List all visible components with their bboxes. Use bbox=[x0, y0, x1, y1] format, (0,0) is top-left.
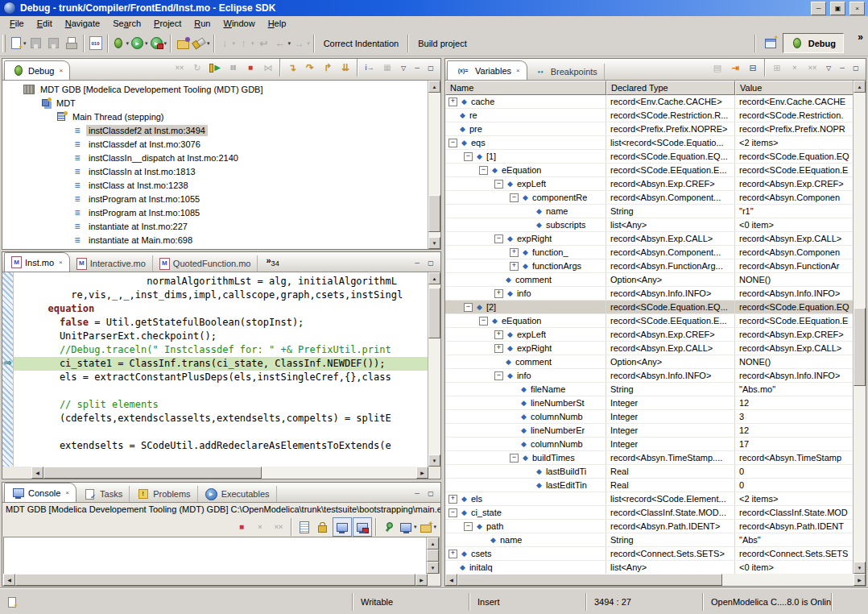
variables-rows[interactable]: +◆cacherecord<Env.Cache.CACHE>record<Env… bbox=[445, 95, 866, 574]
table-row[interactable]: ◆lastBuildTiReal0 bbox=[445, 465, 854, 479]
code-line[interactable]: re,vis,_,_,inst_dims,impl,callscope,grap… bbox=[14, 288, 428, 302]
expand-icon[interactable]: + bbox=[494, 344, 503, 353]
annotation-ruler[interactable] bbox=[2, 272, 14, 467]
instruction-step-button[interactable]: i→ bbox=[361, 59, 378, 77]
search-flashlight-button[interactable]: ▾ bbox=[192, 35, 211, 52]
minimize-view-icon[interactable]: ─ bbox=[836, 62, 849, 73]
collapse-icon[interactable]: − bbox=[448, 508, 457, 517]
drop-to-frame-button[interactable]: ⇊ bbox=[337, 59, 354, 77]
menu-file[interactable]: File bbox=[3, 18, 31, 30]
menu-run[interactable]: Run bbox=[188, 18, 217, 30]
debug-vertical-scrollbar[interactable]: ▲ ▼ bbox=[428, 81, 440, 249]
scrollbar-thumb[interactable] bbox=[428, 195, 440, 232]
tree-item[interactable]: ≡translateFile at Main.mo:561 bbox=[2, 247, 428, 249]
pin-console-button[interactable] bbox=[380, 518, 398, 536]
expand-icon[interactable]: + bbox=[494, 289, 503, 298]
editor-tab-quotedfunction-mo[interactable]: MQuotedFunction.mo bbox=[153, 255, 258, 272]
table-row[interactable]: ◆lineNumberErInteger12 bbox=[445, 424, 854, 438]
scroll-up-icon[interactable]: ▲ bbox=[427, 537, 439, 550]
run-button[interactable]: ▾ bbox=[130, 35, 149, 52]
menu-navigate[interactable]: Navigate bbox=[59, 18, 106, 30]
code-line[interactable] bbox=[14, 425, 428, 439]
maximize-view-icon[interactable]: ▢ bbox=[424, 257, 437, 268]
display-console-button[interactable]: ▾ bbox=[399, 518, 418, 536]
terminate-button[interactable]: ■ bbox=[233, 518, 250, 536]
close-icon[interactable]: × bbox=[516, 67, 520, 74]
variables-tab-breakpoints[interactable]: ●●Breakpoints bbox=[527, 64, 605, 80]
menu-project[interactable]: Project bbox=[147, 18, 188, 30]
menu-search[interactable]: Search bbox=[106, 18, 147, 30]
open-console-button[interactable]: ▾ bbox=[418, 518, 437, 536]
stack-frame-selected[interactable]: ≡instClassdef2 at Inst.mo:3494 bbox=[2, 123, 428, 137]
view-menu-icon[interactable]: ▽ bbox=[822, 62, 835, 73]
code-line[interactable]: // split elements bbox=[14, 398, 428, 412]
scrollbar-thumb[interactable] bbox=[428, 288, 440, 338]
collapse-icon[interactable]: − bbox=[479, 317, 488, 326]
console-output[interactable]: ▲ ▼ bbox=[3, 537, 440, 574]
console-tab-problems[interactable]: Problems bbox=[130, 486, 197, 502]
resume-button[interactable]: ▶ bbox=[206, 59, 224, 77]
scroll-left-icon[interactable]: ◀ bbox=[445, 574, 457, 586]
new-wizard-button[interactable]: ▾ bbox=[8, 35, 27, 52]
column-header-declared-type[interactable]: Declared Type bbox=[606, 81, 735, 95]
table-row[interactable]: ◆nameString"Abs" bbox=[445, 533, 854, 547]
console-tab-console[interactable]: Console× bbox=[4, 483, 76, 503]
table-row[interactable]: +◆function_record<Absyn.Component...reco… bbox=[445, 246, 854, 259]
code-line[interactable]: (cdefelts,extendsclasselts,extendselts,c… bbox=[14, 412, 428, 425]
dropdown-arrow-icon[interactable]: ▾ bbox=[207, 40, 210, 47]
window-minimize-button[interactable]: ─ bbox=[811, 2, 826, 15]
scroll-down-icon[interactable]: ▼ bbox=[427, 562, 439, 574]
editor-horizontal-scrollbar[interactable]: ◀ ▶ bbox=[2, 467, 440, 479]
tree-item[interactable]: ≡instProgram at Inst.mo:1085 bbox=[2, 205, 428, 219]
dropdown-arrow-icon[interactable]: ▾ bbox=[164, 40, 167, 47]
collapse-icon[interactable]: − bbox=[510, 454, 519, 463]
scroll-up-icon[interactable]: ▲ bbox=[428, 272, 440, 284]
code-text[interactable]: normalAlgorithmLst = alg, initialAlgorit… bbox=[14, 272, 428, 467]
scroll-right-icon[interactable]: ▶ bbox=[854, 574, 866, 586]
expand-icon[interactable]: + bbox=[494, 330, 503, 339]
dropdown-arrow-icon[interactable]: ▾ bbox=[433, 524, 436, 530]
code-line[interactable]: normalAlgorithmLst = alg, initialAlgorit… bbox=[14, 275, 428, 288]
table-row[interactable]: ◆columnNumbInteger3 bbox=[445, 410, 854, 424]
expand-icon[interactable]: + bbox=[448, 97, 457, 106]
table-row[interactable]: −◆[1]record<SCode.Equation.EQ...record<S… bbox=[445, 150, 854, 164]
tree-item[interactable]: MDT bbox=[2, 96, 428, 110]
table-row[interactable]: ◆nameString"r1" bbox=[445, 205, 854, 218]
close-icon[interactable]: × bbox=[59, 259, 63, 266]
dropdown-arrow-icon[interactable]: ▾ bbox=[251, 40, 254, 47]
maximize-view-icon[interactable]: ▢ bbox=[849, 62, 862, 73]
column-header-name[interactable]: Name bbox=[445, 81, 606, 95]
tree-item[interactable]: ≡instClass at Inst.mo:1238 bbox=[2, 178, 428, 192]
table-row[interactable]: +◆elslist<record<SCode.Element...<2 item… bbox=[445, 492, 854, 506]
collapse-icon[interactable]: − bbox=[479, 166, 488, 175]
table-row[interactable]: ◆lineNumberStInteger12 bbox=[445, 396, 854, 410]
scroll-left-icon[interactable]: ◀ bbox=[31, 467, 43, 479]
table-row[interactable]: ◆prerecord<Prefix.Prefix.NOPRE>record<Pr… bbox=[445, 122, 854, 136]
table-row[interactable]: ◆columnNumbInteger17 bbox=[445, 438, 854, 451]
tree-item[interactable]: Main Thread (stepping) bbox=[2, 110, 428, 123]
fast-view-icon[interactable] bbox=[5, 595, 19, 609]
scroll-down-icon[interactable]: ▼ bbox=[428, 237, 440, 249]
scroll-left-icon[interactable]: ◀ bbox=[3, 574, 15, 586]
collapse-icon[interactable]: − bbox=[494, 234, 503, 243]
variables-tab-variables[interactable]: (x)=Variables× bbox=[447, 60, 527, 81]
dropdown-arrow-icon[interactable]: ▾ bbox=[145, 40, 148, 47]
table-row[interactable]: ◆subscriptslist<Any><0 item> bbox=[445, 218, 854, 232]
step-into-button[interactable]: ↴ bbox=[283, 59, 301, 77]
collapse-icon[interactable]: − bbox=[464, 522, 473, 531]
code-line[interactable]: false = Util.getStatefulBoolean(stopInst… bbox=[14, 316, 428, 330]
table-row[interactable]: ◆rerecord<SCode.Restriction.R...record<S… bbox=[445, 109, 854, 122]
show-stdout-button[interactable] bbox=[333, 517, 352, 537]
table-row[interactable]: −◆expRightrecord<Absyn.Exp.CALL>record<A… bbox=[445, 232, 854, 246]
scrollbar-thumb[interactable] bbox=[43, 467, 262, 479]
column-header-value[interactable]: Value bbox=[735, 81, 854, 95]
editor-tab-interactive-mo[interactable]: MInteractive.mo bbox=[70, 255, 153, 272]
maximize-view-icon[interactable]: ▢ bbox=[424, 62, 437, 73]
table-row[interactable]: −◆eEquationrecord<SCode.EEquation.E...re… bbox=[445, 314, 854, 328]
minimize-view-icon[interactable]: ─ bbox=[411, 62, 424, 73]
scroll-up-icon[interactable]: ▲ bbox=[854, 81, 866, 93]
table-row[interactable]: ◆initalqlist<Any><0 item> bbox=[445, 561, 854, 574]
console-vertical-scrollbar[interactable]: ▲ ▼ bbox=[426, 537, 439, 574]
menu-help[interactable]: Help bbox=[262, 18, 293, 30]
close-icon[interactable]: × bbox=[59, 67, 63, 74]
